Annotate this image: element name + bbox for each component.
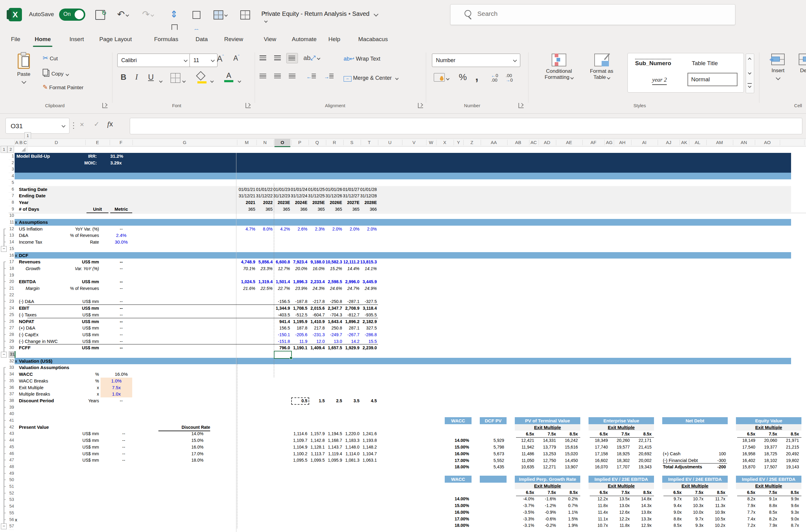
column-boundary[interactable]: [529, 140, 529, 145]
row-label-7[interactable]: Ending Date: [19, 192, 86, 199]
wacc-table-2-value-3[interactable]: 17.00%: [445, 516, 469, 522]
row-header-4[interactable]: 4: [8, 173, 14, 180]
cell-data-r28c7[interactable]: -286.8: [351, 331, 377, 338]
pv-terminal-value-cell-r3c1[interactable]: 12,750: [537, 457, 556, 464]
row-header-50[interactable]: 50: [8, 477, 14, 483]
metric-r34[interactable]: 16.0%: [110, 371, 132, 378]
tab-data[interactable]: Data: [194, 33, 210, 46]
row-header-27[interactable]: 27: [8, 325, 14, 331]
wacc-table-2-value-4[interactable]: 18.00%: [445, 522, 469, 529]
implied-ev-25e-cell-r4c1[interactable]: 7.9x: [758, 522, 777, 529]
delete-cells-button[interactable]: ✕ Dele: [794, 54, 806, 74]
dcf-pv-table-value-3[interactable]: 5,552: [480, 457, 504, 464]
column-header-Q[interactable]: Q: [315, 139, 319, 146]
column-boundary[interactable]: [308, 140, 309, 145]
align-middle-button[interactable]: [274, 55, 281, 61]
cell-data-r23c7[interactable]: -327.5: [351, 298, 377, 305]
column-boundary[interactable]: [658, 140, 658, 145]
copy-button[interactable]: Copy: [43, 69, 69, 77]
metric-r13[interactable]: 2.4%: [110, 232, 132, 239]
cell-data-r30c7[interactable]: 2,239.0: [351, 344, 377, 351]
implied-ev-23e-cell-r3c0[interactable]: 11.1x: [588, 516, 608, 522]
implied-ev-23e-cell-r1c0[interactable]: 11.8x: [588, 502, 608, 509]
merge-center-button[interactable]: ⇔ Merge & Center: [343, 75, 398, 82]
row-header-29[interactable]: 29: [8, 338, 14, 345]
row-outline-level-2[interactable]: 2: [7, 146, 14, 153]
fill-color-icon[interactable]: [198, 73, 207, 83]
selected-cell-O31[interactable]: [274, 351, 292, 359]
equity-value-cell-r2c2[interactable]: 20,492: [780, 450, 799, 457]
merge-tool-icon[interactable]: [238, 7, 252, 21]
implied-ev-24e-cell-r0c0[interactable]: 9.7x: [662, 495, 682, 502]
column-boundary[interactable]: [291, 140, 292, 145]
implied-ev-25e-cell-r1c1[interactable]: 8.8x: [758, 502, 777, 509]
row-header-30[interactable]: 30: [8, 344, 14, 352]
implied-ev-25e-cell-r0c0[interactable]: 8.2x: [736, 495, 755, 502]
implied-ev-24e-cell-r0c2[interactable]: 11.7x: [706, 495, 725, 502]
format-as-table-button[interactable]: Format as Table: [583, 54, 620, 80]
increase-indent-button[interactable]: →: [324, 74, 334, 80]
implied-ev-25e-cell-r3c2[interactable]: 9.0x: [780, 516, 799, 522]
net-debt-value-0[interactable]: 100: [700, 450, 726, 457]
equity-value-cell-r2c1[interactable]: 18,725: [758, 450, 777, 457]
column-boundary[interactable]: [19, 140, 19, 145]
column-header-AI[interactable]: AI: [642, 139, 646, 146]
equity-value-cell-r0c0[interactable]: 18,149: [736, 437, 755, 444]
equity-value-cell-r1c1[interactable]: 19,377: [758, 444, 777, 450]
cancel-entry-icon[interactable]: ×: [80, 120, 84, 129]
metric-r24[interactable]: --: [110, 305, 132, 311]
implied-ev-23e-cell-r4c0[interactable]: 10.7x: [588, 522, 608, 529]
implied-perp-growth-cell-r4c0[interactable]: -3.1%: [515, 522, 534, 529]
column-header-V[interactable]: V: [412, 139, 415, 146]
cell-data-r12c7[interactable]: 2.0%: [351, 226, 377, 232]
metric-r20[interactable]: --: [110, 278, 132, 285]
implied-perp-growth-cell-r2c1[interactable]: -0.9%: [537, 509, 556, 516]
column-header-AC[interactable]: AC: [531, 139, 537, 146]
implied-ev-23e-cell-r1c2[interactable]: 14.3x: [632, 502, 652, 509]
borders-chevron[interactable]: [183, 78, 185, 83]
column-boundary[interactable]: [780, 140, 780, 145]
row-header-8[interactable]: 8: [8, 199, 14, 206]
column-boundary[interactable]: [614, 140, 614, 145]
insert-cells-button[interactable]: ⇐ Insert: [766, 54, 790, 80]
row-header-25[interactable]: 25: [8, 311, 14, 319]
document-title[interactable]: Private Equity - Return Analysis • Saved: [261, 11, 378, 17]
column-header-O[interactable]: O: [275, 139, 290, 147]
metric-r36[interactable]: 7.5x: [100, 384, 132, 391]
row-header-14[interactable]: 14: [8, 239, 14, 246]
column-header-AF[interactable]: AF: [591, 139, 596, 146]
implied-ev-23e-cell-r3c2[interactable]: 13.3x: [632, 516, 652, 522]
column-header-T[interactable]: T: [368, 139, 370, 146]
implied-perp-growth-cell-r2c2[interactable]: 1.1%: [558, 509, 578, 516]
column-boundary[interactable]: [507, 140, 507, 145]
pv-rate-r47[interactable]: 18.0%: [158, 457, 204, 463]
pv-terminal-value-cell-r2c0[interactable]: 11,486: [515, 450, 534, 457]
equity-value-cell-r2c0[interactable]: 16,958: [736, 450, 755, 457]
font-color-icon[interactable]: A: [224, 71, 233, 82]
enterprise-value-cell-r0c1[interactable]: 20,260: [611, 437, 630, 444]
outline-toggle-x-row-56[interactable]: x: [15, 516, 19, 523]
implied-ev-23e-cell-r2c1[interactable]: 12.6x: [611, 509, 630, 516]
tab-formulas[interactable]: Formulas: [152, 33, 180, 46]
paste-button[interactable]: Paste: [12, 54, 36, 84]
dcf-pv-table-value-2[interactable]: 5,673: [480, 450, 504, 457]
implied-ev-24e-cell-r2c2[interactable]: 10.9x: [706, 509, 725, 516]
implied-ev-24e-cell-r1c1[interactable]: 10.3x: [684, 502, 704, 509]
cell-data-r7c7[interactable]: 31/12/28: [351, 192, 377, 199]
implied-ev-23e-cell-r2c0[interactable]: 11.4x: [588, 509, 608, 516]
wacc-table-value-2[interactable]: 16.00%: [445, 450, 469, 457]
cell-data-r9c7[interactable]: 366: [351, 206, 377, 212]
row-header-16[interactable]: 16: [8, 252, 14, 259]
row-height-icon[interactable]: ⇕: [167, 7, 181, 21]
wacc-table-2-value-1[interactable]: 15.00%: [445, 502, 469, 509]
equity-value-cell-r1c0[interactable]: 17,540: [736, 444, 755, 450]
implied-ev-24e-cell-r2c0[interactable]: 9.0x: [662, 509, 682, 516]
outline-toggle-x-row-16[interactable]: x: [15, 252, 19, 259]
column-boundary[interactable]: [237, 140, 237, 145]
formula-input[interactable]: [130, 118, 802, 134]
style-table-title[interactable]: Table Title: [692, 60, 718, 67]
implied-ev-23e-cell-r4c1[interactable]: 11.8x: [611, 522, 630, 529]
equity-value-cell-r3c1[interactable]: 18,102: [758, 457, 777, 464]
column-header-P[interactable]: P: [298, 139, 301, 146]
metric-r12[interactable]: --: [110, 226, 132, 232]
